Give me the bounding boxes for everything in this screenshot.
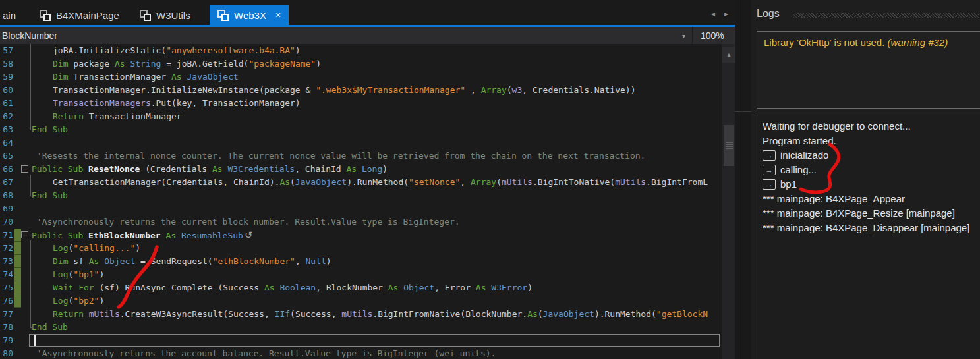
code-text: Dim package As String = joBA.GetField("p…	[53, 57, 321, 70]
module-icon	[217, 10, 229, 21]
line-number: 67	[0, 176, 13, 189]
code-line[interactable]: 71−Public Sub EthBlockNumber As Resumabl…	[0, 229, 722, 242]
line-number: 62	[0, 110, 13, 123]
tab-w3utils[interactable]: W3Utils	[132, 5, 198, 25]
code-text: TransactionManagers.Put(key, Transaction…	[53, 97, 301, 110]
code-line[interactable]: 77Return mUtils.CreateW3AsyncResult(Succ…	[0, 308, 722, 321]
log-entry[interactable]: →calling...	[763, 163, 975, 177]
code-line[interactable]: 60TransactionManager.InitializeNewInstan…	[0, 84, 722, 97]
changed-line-indicator	[14, 268, 21, 281]
line-number: 61	[0, 97, 13, 110]
tab-web3x-active[interactable]: Web3X ×	[210, 5, 289, 25]
zoom-level-value: 100%	[693, 30, 724, 41]
log-entry[interactable]: Waiting for debugger to connect...	[763, 119, 975, 134]
code-text: Log("bp2")	[53, 294, 104, 308]
line-number: 60	[0, 84, 13, 97]
pane-splitter[interactable]	[735, 0, 751, 359]
code-text: 'Resests the internal nonce counter. The…	[32, 150, 645, 163]
scrollbar-up-arrow-icon[interactable]: ▲	[722, 47, 735, 63]
code-text: End Sub	[32, 321, 68, 334]
code-line[interactable]: 58Dim package As String = joBA.GetField(…	[0, 57, 722, 70]
selected-sub-name: BlockNumber	[0, 30, 57, 41]
splitter-line	[735, 111, 751, 112]
code-line[interactable]: 73Dim sf As Object = SendRequest("ethBlo…	[0, 255, 722, 268]
editor-vertical-scrollbar[interactable]: ▲	[722, 44, 735, 359]
code-text: Dim TransactionManager As JavaObject	[53, 70, 239, 84]
code-line[interactable]: 65 'Resests the internal nonce counter. …	[0, 150, 722, 163]
warning-text: Library 'OkHttp' is not used.	[764, 37, 887, 48]
log-arrow-icon: →	[763, 165, 776, 175]
code-line[interactable]: 63End Sub	[0, 123, 722, 136]
line-number: 70	[0, 215, 13, 229]
log-entry-text: Waiting for debugger to connect...	[763, 119, 911, 134]
log-entry[interactable]: *** mainpage: B4XPage_Resize [mainpage]	[763, 206, 975, 221]
log-entry-text: Program started.	[763, 134, 836, 148]
line-number: 66	[0, 163, 13, 176]
line-number: 68	[0, 189, 13, 202]
line-number: 71	[0, 229, 13, 242]
fold-collapse-icon[interactable]: −	[21, 165, 28, 173]
scroll-tabs-right-icon[interactable]: ▸	[724, 9, 728, 18]
line-number: 59	[0, 70, 13, 84]
scrollbar-grip-icon	[726, 142, 733, 150]
logs-panel-header[interactable]: Logs	[751, 7, 980, 25]
panel-drag-handle[interactable]	[793, 13, 979, 18]
tab-b4xmainpage[interactable]: B4XMainPage	[32, 5, 127, 25]
tab-label: B4XMainPage	[56, 10, 119, 21]
code-text: joBA.InitializeStatic("anywheresoftware.…	[53, 44, 301, 57]
line-number: 76	[0, 294, 13, 308]
scrollbar-thumb[interactable]	[724, 125, 734, 166]
log-entry-text: *** mainpage: B4XPage_Disappear [mainpag…	[763, 221, 969, 235]
code-line[interactable]: 68End Sub	[0, 189, 722, 202]
code-line[interactable]: 80 'Asynchronously returns the account b…	[0, 347, 722, 359]
text-caret	[34, 335, 36, 346]
scroll-tabs-left-icon[interactable]: ◂	[711, 9, 715, 18]
resumable-sub-icon: ↺	[245, 229, 253, 241]
code-line[interactable]: 74Log("bp1")	[0, 268, 722, 281]
code-line[interactable]: 78End Sub	[0, 321, 722, 334]
chevron-down-icon: ▾	[682, 32, 685, 40]
warning-number: (warning #32)	[887, 37, 948, 48]
changed-line-indicator	[14, 255, 21, 268]
log-entry[interactable]: *** mainpage: B4XPage_Disappear [mainpag…	[763, 221, 975, 235]
log-entry[interactable]: →bp1	[763, 177, 975, 192]
code-text: Dim sf As Object = SendRequest("ethBlock…	[53, 255, 331, 268]
code-editor[interactable]: 57joBA.InitializeStatic("anywheresoftwar…	[0, 44, 722, 359]
fold-collapse-icon[interactable]: −	[21, 231, 28, 238]
sub-selector-dropdown[interactable]: BlockNumber ▾	[0, 27, 692, 44]
code-text: Return mUtils.CreateW3AsyncResult(Succes…	[53, 308, 708, 321]
code-line[interactable]: 75Wait For (sf) RunAsync_Complete (Succe…	[0, 281, 722, 294]
code-line[interactable]: 64	[0, 136, 722, 150]
log-entry[interactable]: *** mainpage: B4XPage_Appear	[763, 192, 975, 206]
log-entry[interactable]: Program started.	[763, 134, 975, 148]
code-line[interactable]: 66−Public Sub ResetNonce (Credentials As…	[0, 163, 722, 176]
code-text: Public Sub ResetNonce (Credentials As W3…	[32, 163, 388, 176]
code-line[interactable]: 67GetTransactionManager(Credentials, Cha…	[0, 176, 722, 189]
log-output-list[interactable]: Waiting for debugger to connect...Progra…	[757, 115, 980, 359]
log-entry[interactable]: →inicializado	[763, 148, 975, 163]
compiler-warnings-box[interactable]: Library 'OkHttp' is not used. (warning #…	[757, 31, 980, 109]
log-arrow-icon: →	[763, 150, 776, 161]
code-line[interactable]: 61TransactionManagers.Put(key, Transacti…	[0, 97, 722, 110]
code-text: Return TransactionManager	[53, 110, 182, 123]
code-line[interactable]: 69	[0, 202, 722, 215]
changed-line-indicator	[14, 242, 21, 255]
line-number: 63	[0, 123, 13, 136]
line-number: 74	[0, 268, 13, 281]
line-number: 69	[0, 202, 13, 215]
code-text: End Sub	[32, 189, 68, 202]
code-text: Wait For (sf) RunAsync_Complete (Success…	[53, 281, 533, 294]
changed-line-indicator	[14, 294, 21, 308]
code-line[interactable]: 70 'Asynchronously returns the current b…	[0, 215, 722, 229]
code-line[interactable]: 59Dim TransactionManager As JavaObject	[0, 70, 722, 84]
changed-line-indicator	[14, 281, 21, 294]
close-tab-icon[interactable]: ×	[275, 10, 281, 20]
line-number: 73	[0, 255, 13, 268]
line-number: 72	[0, 242, 13, 255]
code-line[interactable]: 79	[0, 334, 722, 347]
tab-main-partial[interactable]: ain	[0, 5, 18, 25]
code-line[interactable]: 72Log("calling...")	[0, 242, 722, 255]
code-line[interactable]: 76Log("bp2")	[0, 294, 722, 308]
code-line[interactable]: 62Return TransactionManager	[0, 110, 722, 123]
code-line[interactable]: 57joBA.InitializeStatic("anywheresoftwar…	[0, 44, 722, 57]
